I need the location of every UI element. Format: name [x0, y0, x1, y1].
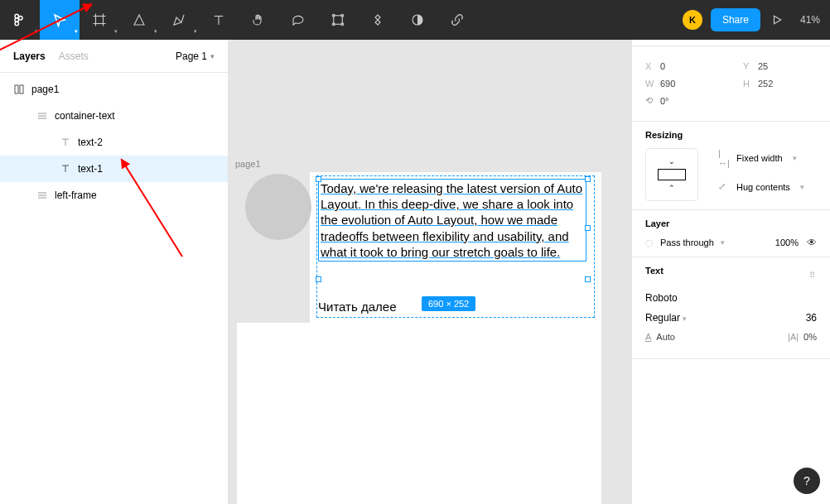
letter-spacing-icon: |A|: [788, 332, 799, 342]
line-height-icon: A: [645, 332, 651, 342]
layer-label: left-frame: [55, 190, 97, 201]
canvas-text-2[interactable]: Читать далее: [318, 300, 396, 314]
letter-spacing-input[interactable]: 0%: [803, 332, 817, 342]
hand-tool-icon[interactable]: [239, 0, 278, 40]
resize-widget[interactable]: ⌄ ⌃: [645, 148, 698, 201]
horizontal-resize-icon: |↔|: [718, 148, 730, 168]
w-input[interactable]: 690: [660, 79, 718, 89]
resizing-section: Resizing ⌄ ⌃ |↔| Fixed width ▾ ⤢ Hug con…: [632, 122, 830, 210]
y-label: Y: [743, 61, 758, 71]
move-tool-icon[interactable]: ▾: [40, 0, 80, 40]
resizing-title: Resizing: [645, 130, 817, 140]
svg-rect-10: [334, 16, 343, 25]
resize-horizontal[interactable]: |↔| Fixed width ▾: [718, 148, 804, 168]
font-weight[interactable]: Regular ▾: [645, 312, 687, 324]
layer-tree: page1 container-text text-2 text-1 left-: [0, 73, 228, 209]
rotation-icon: ⟲: [645, 95, 660, 106]
frame-tool-icon[interactable]: ▾: [80, 0, 119, 40]
blend-mode[interactable]: Pass through: [660, 238, 714, 247]
layer-text-2[interactable]: text-2: [0, 129, 228, 156]
font-size[interactable]: 36: [806, 312, 817, 324]
x-label: X: [645, 61, 660, 71]
autolayout-icon: [36, 190, 48, 201]
layer-text-1[interactable]: text-1: [0, 156, 228, 182]
figma-menu-icon[interactable]: ▾: [0, 0, 40, 40]
layer-page1[interactable]: page1: [0, 76, 228, 103]
avatar-circle[interactable]: [245, 174, 311, 240]
text-style-icon[interactable]: ⠿: [809, 271, 817, 280]
layer-section: Layer ◌ Pass through ▾ 100% 👁: [632, 210, 830, 257]
text-layer-icon: [60, 137, 71, 148]
shape-tool-icon[interactable]: ▾: [119, 0, 159, 40]
frame-icon: [13, 84, 25, 95]
component-icon[interactable]: [358, 0, 398, 40]
position-section: X0 Y25 W690 H252 ⟳ ⟲ 0°: [632, 46, 830, 122]
layer-label: text-1: [78, 163, 103, 175]
comment-tool-icon[interactable]: [278, 0, 318, 40]
rotation-input[interactable]: 0°: [660, 96, 669, 106]
page-selector[interactable]: Page 1 ▾: [176, 50, 215, 62]
svg-point-3: [19, 17, 23, 21]
user-avatar[interactable]: K: [683, 10, 702, 30]
mask-icon[interactable]: [398, 0, 437, 40]
zoom-level[interactable]: 41%: [794, 14, 820, 26]
svg-rect-16: [15, 85, 18, 94]
layer-label: container-text: [55, 110, 115, 122]
present-icon[interactable]: [769, 14, 785, 26]
line-height-input[interactable]: Auto: [656, 332, 675, 342]
x-input[interactable]: 0: [660, 61, 718, 71]
frame-page1[interactable]: Today, we're releasing the latest versio…: [237, 172, 601, 504]
edit-object-icon[interactable]: [318, 0, 358, 40]
visibility-icon[interactable]: 👁: [807, 237, 817, 248]
opacity-input[interactable]: 100%: [775, 238, 799, 247]
text-section: Text ⠿ Roboto Regular ▾ 36 A Auto |A| 0%: [632, 257, 830, 359]
tab-assets[interactable]: Assets: [59, 50, 89, 62]
layer-label: text-2: [78, 137, 103, 148]
svg-rect-17: [20, 85, 23, 94]
h-input[interactable]: 252: [758, 79, 816, 89]
frame-name-label[interactable]: page1: [235, 159, 261, 169]
autolayout-icon: [36, 110, 48, 122]
top-toolbar: ▾ ▾ ▾ ▾ ▾: [0, 0, 830, 40]
share-button[interactable]: Share: [711, 8, 760, 31]
canvas[interactable]: page1 Today, we're releasing the latest …: [229, 40, 631, 504]
font-family[interactable]: Roboto: [645, 292, 817, 304]
layer-title: Layer: [645, 218, 817, 228]
selection-size-badge: 690 × 252: [422, 296, 475, 311]
text-title: Text: [645, 266, 664, 276]
resize-vertical[interactable]: ⤢ Hug contents ▾: [718, 181, 804, 192]
svg-point-2: [15, 22, 19, 26]
w-label: W: [645, 79, 660, 89]
text-tool-icon[interactable]: [199, 0, 239, 40]
vertical-resize-icon: ⤢: [718, 181, 730, 192]
link-icon[interactable]: [437, 0, 477, 40]
text-layer-icon: [60, 163, 71, 175]
pen-tool-icon[interactable]: ▾: [159, 0, 199, 40]
h-label: H: [743, 79, 758, 89]
help-button[interactable]: ?: [794, 468, 820, 494]
blend-icon: ◌: [645, 238, 654, 248]
layer-container-text[interactable]: container-text: [0, 103, 228, 129]
layer-left-frame[interactable]: left-frame: [0, 182, 228, 209]
y-input[interactable]: 25: [758, 61, 816, 71]
canvas-text-1[interactable]: Today, we're releasing the latest versio…: [318, 179, 586, 262]
tab-layers[interactable]: Layers: [13, 50, 46, 62]
layer-label: page1: [31, 84, 59, 95]
left-panel: Layers Assets Page 1 ▾ page1 container-t…: [0, 40, 229, 504]
right-panel: X0 Y25 W690 H252 ⟳ ⟲ 0° Resizing ⌄ ⌃: [631, 40, 830, 504]
